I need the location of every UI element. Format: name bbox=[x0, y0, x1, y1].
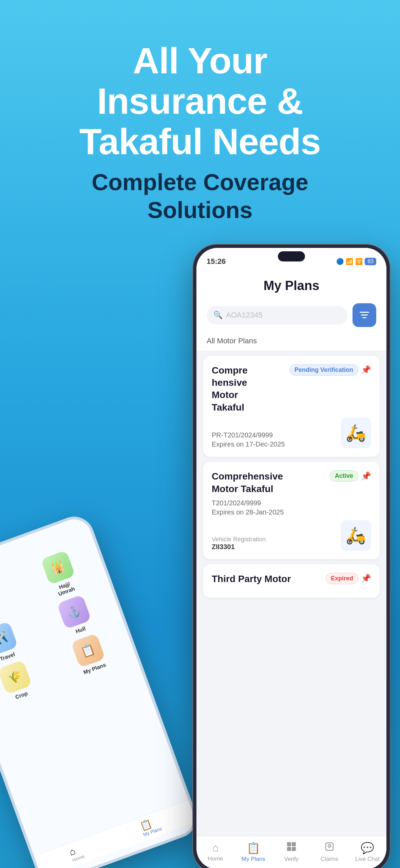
status-time: 15:26 bbox=[207, 257, 226, 266]
hero-subtitle: Complete Coverage Solutions bbox=[27, 168, 373, 224]
health-icon-box: 🌿 bbox=[0, 577, 2, 612]
svg-rect-4 bbox=[292, 842, 296, 846]
card-2-id-section: T201/2024/9999 Expires on 28-Jan-2025 bbox=[212, 499, 371, 516]
card-1-details: PR-T201/2024/9999 Expires on 17-Dec-2025 bbox=[212, 431, 341, 448]
nav-home[interactable]: ⌂ Home bbox=[200, 842, 231, 863]
bg-nav-home: ⌂ Home bbox=[68, 843, 85, 863]
svg-text:?: ? bbox=[329, 844, 331, 848]
bg-nav-myplans: 📋 My Plans bbox=[138, 815, 163, 837]
search-section: 🔍 AOA12345 bbox=[196, 300, 386, 334]
filter-icon bbox=[360, 312, 369, 319]
section-label: All Motor Plans bbox=[196, 334, 386, 351]
travel-label: Travel bbox=[0, 651, 16, 662]
bg-icon-grid: 🌿 Health 🕌 Hajj/Umrah ✈️ Travel ⚓ Hull 🌾 bbox=[0, 542, 130, 710]
claims-nav-icon: ? bbox=[324, 842, 335, 854]
card-3-pin-icon: 📌 bbox=[361, 574, 371, 583]
plan-card-1[interactable]: ComprehensiveMotorTakaful Pending Verifi… bbox=[203, 356, 380, 457]
nav-live-chat[interactable]: 💬 Live Chat bbox=[352, 842, 383, 863]
svg-rect-5 bbox=[287, 847, 291, 851]
hero-section: All Your Insurance & Takaful Needs Compl… bbox=[0, 0, 400, 238]
card-1-expiry: Expires on 17-Dec-2025 bbox=[212, 440, 341, 448]
my-plans-nav-label: My Plans bbox=[242, 856, 265, 863]
phone-background: 🌿 Health 🕌 Hajj/Umrah ✈️ Travel ⚓ Hull 🌾 bbox=[0, 511, 202, 868]
phones-container: 🌿 Health 🕌 Hajj/Umrah ✈️ Travel ⚓ Hull 🌾 bbox=[0, 245, 400, 868]
card-2-vehicle-label: Vehicle Registration bbox=[212, 536, 341, 543]
card-1-badge: Pending Verification bbox=[289, 364, 358, 376]
card-2-pin-icon: 📌 bbox=[361, 471, 371, 481]
wifi-icon: 🛜 bbox=[355, 258, 363, 265]
card-2-vehicle-reg: ZII3301 bbox=[212, 543, 341, 551]
svg-rect-0 bbox=[360, 312, 369, 313]
svg-rect-6 bbox=[292, 847, 296, 851]
hajj-label: Hajj/Umrah bbox=[55, 580, 76, 597]
card-1-id: PR-T201/2024/9999 bbox=[212, 431, 341, 439]
travel-icon-box: ✈️ bbox=[0, 621, 18, 656]
phone-bg-screen: 🌿 Health 🕌 Hajj/Umrah ✈️ Travel ⚓ Hull 🌾 bbox=[0, 514, 199, 868]
card-3-badge: Expired bbox=[326, 573, 358, 584]
live-chat-nav-label: Live Chat bbox=[355, 856, 380, 863]
plan-card-2[interactable]: ComprehensiveMotor Takaful Active 📌 T201… bbox=[203, 462, 380, 559]
cards-container: ComprehensiveMotorTakaful Pending Verifi… bbox=[196, 351, 386, 843]
card-1-header: ComprehensiveMotorTakaful Pending Verifi… bbox=[212, 364, 371, 414]
nav-claims[interactable]: ? Claims bbox=[314, 842, 345, 863]
hull-icon-box: ⚓ bbox=[57, 594, 92, 629]
card-2-badge: Active bbox=[330, 470, 358, 482]
bottom-nav: ⌂ Home 📋 My Plans bbox=[196, 836, 386, 868]
verify-nav-label: Verify bbox=[284, 856, 299, 863]
card-2-title: ComprehensiveMotor Takaful bbox=[212, 470, 330, 495]
card-2-badges: Active 📌 bbox=[330, 470, 371, 482]
hajj-icon-box: 🕌 bbox=[40, 550, 75, 585]
bg-icon-crop: 🌾 Crop bbox=[0, 652, 57, 710]
card-3-title: Third Party Motor bbox=[212, 573, 326, 585]
card-2-info: Vehicle Registration ZII3301 🛵 bbox=[212, 520, 371, 551]
myplans-icon-box: 📋 bbox=[71, 633, 106, 668]
svg-rect-1 bbox=[361, 314, 368, 315]
card-2-details: Vehicle Registration ZII3301 bbox=[212, 533, 341, 551]
bluetooth-icon: 🔵 bbox=[336, 258, 344, 265]
my-plans-nav-icon: 📋 bbox=[247, 842, 260, 854]
hull-label: Hull bbox=[75, 625, 87, 634]
nav-verify[interactable]: Verify bbox=[276, 842, 307, 863]
app-header: My Plans bbox=[196, 272, 386, 300]
card-1-title: ComprehensiveMotorTakaful bbox=[212, 364, 289, 414]
phone-notch bbox=[278, 251, 305, 261]
home-nav-icon: ⌂ bbox=[212, 842, 218, 854]
battery-icon: 83 bbox=[365, 258, 376, 265]
card-3-badges: Expired 📌 bbox=[326, 573, 371, 584]
status-bar: 15:26 🔵 📶 🛜 83 bbox=[196, 248, 386, 272]
card-1-vehicle-icon: 🛵 bbox=[341, 418, 371, 448]
card-2-header: ComprehensiveMotor Takaful Active 📌 bbox=[212, 470, 371, 495]
card-1-info: PR-T201/2024/9999 Expires on 17-Dec-2025… bbox=[212, 418, 371, 448]
bg-bottom-nav: ⌂ Home 📋 My Plans bbox=[34, 800, 196, 868]
search-icon: 🔍 bbox=[213, 311, 223, 320]
plan-card-3[interactable]: Third Party Motor Expired 📌 bbox=[203, 564, 380, 598]
nav-my-plans[interactable]: 📋 My Plans bbox=[238, 842, 269, 863]
card-1-pin-icon: 📌 bbox=[361, 365, 371, 375]
hero-title: All Your Insurance & Takaful Needs bbox=[27, 41, 373, 162]
crop-label: Crop bbox=[15, 690, 28, 700]
card-2-id: T201/2024/9999 bbox=[212, 499, 371, 507]
card-1-badges: Pending Verification 📌 bbox=[289, 364, 371, 376]
card-3-header: Third Party Motor Expired 📌 bbox=[212, 573, 371, 585]
signal-icon: 📶 bbox=[346, 258, 353, 265]
card-2-expiry: Expires on 28-Jan-2025 bbox=[212, 508, 371, 516]
filter-button[interactable] bbox=[353, 303, 376, 327]
claims-nav-label: Claims bbox=[321, 856, 338, 863]
card-2-vehicle-icon: 🛵 bbox=[341, 520, 371, 551]
search-bar[interactable]: 🔍 AOA12345 bbox=[207, 306, 347, 324]
home-nav-label: Home bbox=[208, 855, 223, 862]
phone-screen: 15:26 🔵 📶 🛜 83 My Plans 🔍 AOA12345 bbox=[196, 248, 386, 868]
phone-main: 15:26 🔵 📶 🛜 83 My Plans 🔍 AOA12345 bbox=[193, 245, 390, 868]
verify-nav-icon bbox=[286, 842, 297, 854]
crop-icon-box: 🌾 bbox=[0, 659, 32, 694]
app-title: My Plans bbox=[207, 278, 376, 293]
svg-rect-3 bbox=[287, 842, 291, 846]
status-icons: 🔵 📶 🛜 83 bbox=[336, 258, 376, 265]
live-chat-nav-icon: 💬 bbox=[361, 842, 374, 854]
search-placeholder-text: AOA12345 bbox=[226, 311, 263, 320]
svg-rect-2 bbox=[362, 317, 366, 318]
